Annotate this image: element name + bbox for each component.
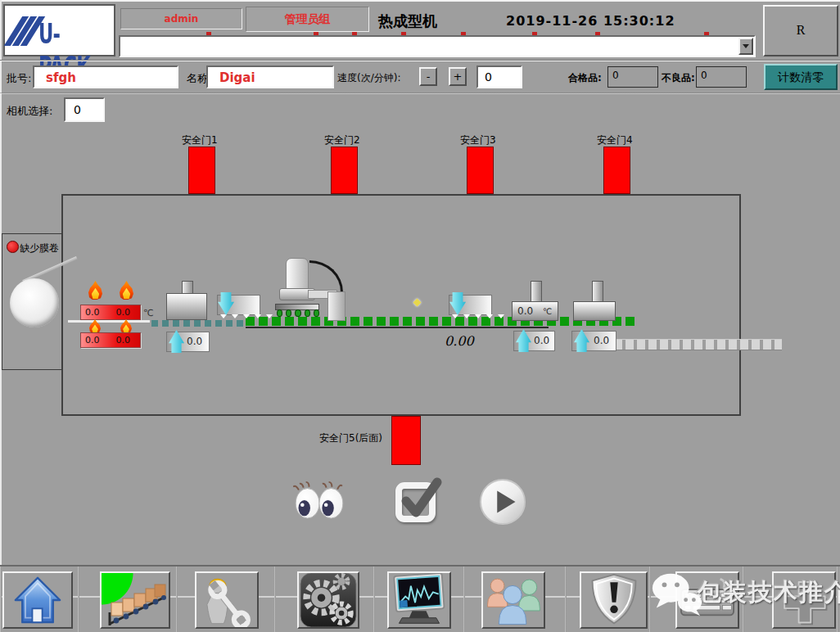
toolbar-divider: [373, 567, 375, 632]
film-warning-label: 缺少膜卷: [20, 242, 59, 255]
door3-indicator: [467, 147, 494, 194]
toolbar-divider: [78, 567, 79, 632]
heater-unit: ℃: [543, 307, 552, 316]
door4-label: 安全门4: [597, 133, 633, 147]
toolbar-divider: [0, 567, 2, 632]
toolbar-divider: [274, 567, 276, 632]
door1-label: 安全门1: [182, 133, 218, 147]
length-counter: 0.00: [445, 333, 474, 349]
alarm-dropdown[interactable]: [119, 35, 756, 57]
conveyor-rail: [246, 327, 549, 328]
suction-cups: [277, 309, 319, 317]
user-group-box[interactable]: 管理员组: [246, 7, 369, 32]
home-button[interactable]: [2, 571, 73, 629]
camera-select-label: 相机选择:: [7, 104, 52, 119]
temp-top-1: 0.0: [85, 307, 100, 318]
flame-icon: [88, 281, 102, 300]
logged-user: admin: [165, 13, 199, 25]
checkbox-icon: [392, 476, 443, 526]
door5-indicator: [391, 416, 421, 465]
counter-reset-button[interactable]: 计数清零: [764, 64, 838, 90]
lift3-value: 0.0: [594, 335, 609, 346]
alarm-shield-icon: [585, 572, 643, 628]
divider: [0, 93, 840, 94]
play-icon: [478, 478, 529, 526]
dropdown-arrow-button[interactable]: [738, 38, 753, 55]
plus-label: +: [454, 70, 463, 83]
cut-teeth: [452, 314, 504, 318]
maintenance-worker-icon: [196, 573, 257, 627]
door3-label: 安全门3: [460, 133, 496, 147]
toolbar-top-edge: [0, 565, 840, 567]
door2-indicator: [331, 147, 358, 194]
name-input[interactable]: Digai: [206, 65, 334, 88]
monitor-eyes-button[interactable]: [293, 480, 345, 523]
heater-temp: 0.0: [517, 305, 533, 317]
conveyor-teal: [151, 320, 246, 327]
production-line-button[interactable]: [100, 571, 170, 629]
users-button[interactable]: [481, 571, 545, 629]
conveyor-exit-gray: [614, 339, 782, 350]
r-button[interactable]: R: [763, 5, 838, 56]
temp-bot-1: 0.0: [85, 335, 100, 345]
minus-label: -: [427, 70, 431, 83]
camera-select-input[interactable]: 0: [64, 97, 105, 122]
hmi-screen: U-PACK admin 管理员组 热成型机 2019-11-26 15:30:…: [0, 0, 840, 632]
flame-icon: [120, 281, 133, 300]
chevron-down-icon: [743, 44, 749, 48]
speed-label: 速度(次/分钟):: [337, 71, 400, 85]
logged-user-box[interactable]: admin: [120, 8, 242, 29]
robot-end-effector: [327, 291, 345, 321]
confirm-check-button[interactable]: [392, 476, 443, 528]
user-group: 管理员组: [285, 12, 331, 25]
alarm-button[interactable]: [580, 571, 648, 629]
speed-value: 0: [485, 70, 492, 84]
users-icon: [483, 572, 544, 628]
press-stem: [182, 281, 193, 294]
start-play-button[interactable]: [478, 478, 529, 528]
temp-bar-top: 0.0 0.0: [80, 305, 141, 320]
alarm-dropdown-value: [120, 37, 124, 48]
punch-stem: [592, 281, 603, 302]
temp-top-2: 0.0: [116, 307, 131, 318]
pass-label: 合格品:: [568, 71, 602, 85]
production-line-icon: [103, 576, 169, 629]
punch-station: [573, 301, 616, 321]
diagnostics-button[interactable]: [387, 571, 451, 629]
film-web-horizontal: [68, 320, 150, 323]
camera-select-value: 0: [74, 103, 81, 116]
wechat-icon: [651, 571, 703, 620]
r-button-label: R: [797, 23, 806, 37]
datetime: 2019-11-26 15:30:12: [506, 13, 675, 29]
batch-input[interactable]: sfgh: [33, 65, 178, 88]
door1-indicator: [188, 147, 215, 194]
toolbar-divider: [463, 567, 465, 632]
toolbar-divider: [565, 567, 567, 632]
reject-count: 0: [696, 66, 747, 88]
forming-press-station: [166, 293, 207, 320]
speed-minus-button[interactable]: -: [419, 67, 437, 86]
speed-input[interactable]: 0: [476, 65, 522, 88]
settings-button[interactable]: [297, 571, 359, 629]
lift1-value: 0.0: [187, 336, 202, 347]
flame-icon: [120, 319, 132, 333]
speed-plus-button[interactable]: +: [449, 67, 467, 86]
film-roll: [10, 278, 59, 327]
divider: [0, 60, 840, 61]
settings-gears-icon: [299, 572, 358, 628]
eyes-icon: [293, 480, 345, 521]
logo-box: U-PACK: [3, 4, 115, 56]
lift2-value: 0.0: [534, 335, 549, 346]
toolbar-divider: [176, 567, 178, 632]
celsius-unit: ℃: [143, 308, 153, 318]
maintenance-button[interactable]: [195, 571, 259, 629]
page-title: 热成型机: [378, 11, 437, 31]
pass-count: 0: [607, 66, 658, 88]
flame-icon: [89, 319, 101, 333]
heater-station: 0.0 ℃: [512, 301, 558, 321]
red-alarm-dot: [7, 241, 19, 253]
reject-label: 不良品:: [662, 71, 695, 85]
counter-reset-label: 计数清零: [778, 70, 824, 84]
home-icon: [12, 576, 63, 625]
machine-outline: [61, 194, 741, 416]
